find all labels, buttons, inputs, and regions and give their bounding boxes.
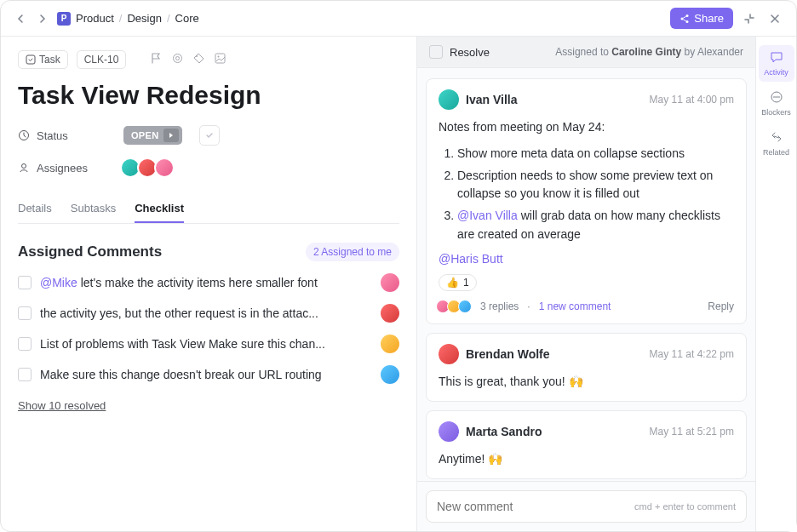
right-rail: Activity Blockers Related bbox=[755, 37, 796, 531]
link-icon bbox=[770, 130, 783, 146]
reaction-button[interactable]: 👍1 bbox=[439, 274, 477, 291]
new-comment-count[interactable]: 1 new comment bbox=[539, 300, 611, 312]
task-id-chip[interactable]: CLK-10 bbox=[77, 50, 127, 69]
tab-checklist[interactable]: Checklist bbox=[135, 195, 184, 223]
svg-point-4 bbox=[174, 54, 182, 63]
avatar[interactable] bbox=[154, 157, 175, 178]
avatar[interactable] bbox=[381, 273, 399, 292]
flag-icon[interactable] bbox=[150, 52, 163, 67]
breadcrumb-design[interactable]: Design bbox=[127, 12, 161, 25]
mention-link[interactable]: @Haris Butt bbox=[439, 252, 503, 266]
assigned-comments-heading: Assigned Comments bbox=[18, 243, 162, 260]
svg-point-0 bbox=[686, 14, 689, 17]
status-label: Status bbox=[18, 129, 112, 142]
assigned-count-badge[interactable]: 2 Assigned to me bbox=[306, 243, 399, 261]
checkbox[interactable] bbox=[18, 368, 32, 381]
comment-item[interactable]: Make sure this change doesn't break our … bbox=[18, 365, 399, 384]
topbar: P Product / Design / Core Share bbox=[1, 1, 796, 37]
complete-button[interactable] bbox=[199, 125, 220, 146]
task-icon bbox=[26, 54, 36, 65]
svg-point-8 bbox=[218, 56, 220, 58]
tag-icon[interactable] bbox=[192, 52, 205, 67]
person-icon bbox=[18, 162, 30, 174]
task-type-chip[interactable]: Task bbox=[18, 50, 68, 69]
nav-forward[interactable] bbox=[35, 11, 50, 26]
block-icon bbox=[770, 90, 783, 106]
avatar[interactable] bbox=[381, 304, 399, 323]
status-icon bbox=[18, 129, 30, 141]
comment-author[interactable]: Brendan Wolfe bbox=[466, 347, 550, 361]
target-icon[interactable] bbox=[171, 52, 184, 67]
comment-time: May 11 at 4:00 pm bbox=[650, 94, 734, 106]
svg-point-6 bbox=[196, 55, 198, 57]
collapse-icon[interactable] bbox=[740, 9, 759, 28]
tab-details[interactable]: Details bbox=[18, 195, 52, 223]
composer-hint: cmd + enter to comment bbox=[634, 501, 736, 512]
show-resolved-link[interactable]: Show 10 resolved bbox=[18, 399, 106, 412]
status-pill[interactable]: OPEN bbox=[123, 126, 182, 145]
share-button[interactable]: Share bbox=[670, 8, 733, 29]
avatar[interactable] bbox=[381, 365, 399, 384]
reply-avatars[interactable] bbox=[439, 300, 472, 313]
comment-author[interactable]: Marta Sandro bbox=[466, 425, 542, 438]
avatar[interactable] bbox=[439, 421, 459, 442]
share-icon bbox=[679, 14, 690, 24]
nav-back[interactable] bbox=[13, 11, 28, 26]
close-icon[interactable] bbox=[765, 9, 784, 28]
checkbox[interactable] bbox=[18, 306, 32, 320]
status-next-icon[interactable] bbox=[163, 129, 179, 142]
rail-blockers[interactable]: Blockers bbox=[759, 85, 794, 122]
image-icon[interactable] bbox=[214, 52, 226, 67]
task-title[interactable]: Task View Redesign bbox=[18, 81, 399, 110]
comment-item[interactable]: the activity yes, but the other request … bbox=[18, 304, 399, 323]
svg-point-5 bbox=[176, 57, 180, 60]
comment-item[interactable]: @Mike let's make the activity items here… bbox=[18, 273, 399, 292]
assigned-info: Assigned to Caroline Ginty by Alexander bbox=[555, 46, 743, 58]
tabs: Details Subtasks Checklist bbox=[18, 195, 399, 224]
project-badge[interactable]: P bbox=[57, 12, 71, 26]
task-main: Task CLK-10 Task View Redesign Status OP… bbox=[1, 37, 416, 531]
comment-card: Marta Sandro May 11 at 5:21 pm Anytime! … bbox=[426, 410, 747, 479]
reply-button[interactable]: Reply bbox=[708, 300, 734, 312]
breadcrumb-core[interactable]: Core bbox=[175, 12, 199, 25]
resolve-checkbox[interactable] bbox=[429, 45, 443, 59]
breadcrumb-product[interactable]: Product bbox=[76, 12, 114, 25]
assignees-label: Assignees bbox=[18, 162, 112, 174]
comment-list: Show more meta data on collapse sections… bbox=[439, 145, 734, 243]
svg-point-10 bbox=[22, 164, 26, 169]
rail-related[interactable]: Related bbox=[759, 125, 794, 162]
comment-item[interactable]: List of problems with Task View Make sur… bbox=[18, 335, 399, 353]
comment-card: Ivan Villa May 11 at 4:00 pm Notes from … bbox=[426, 78, 747, 324]
composer-input-wrapper[interactable]: cmd + enter to comment bbox=[426, 490, 747, 523]
comment-time: May 11 at 4:22 pm bbox=[650, 348, 734, 360]
comment-time: May 11 at 5:21 pm bbox=[650, 426, 734, 438]
breadcrumb: P Product / Design / Core bbox=[57, 12, 199, 26]
checkbox[interactable] bbox=[18, 276, 32, 289]
composer: cmd + enter to comment bbox=[417, 481, 755, 531]
replies-count[interactable]: 3 replies bbox=[480, 300, 519, 312]
svg-rect-3 bbox=[26, 55, 35, 64]
avatar[interactable] bbox=[439, 344, 459, 364]
rail-activity[interactable]: Activity bbox=[759, 45, 794, 82]
thread-panel: Resolve Assigned to Caroline Ginty by Al… bbox=[416, 37, 755, 531]
chat-icon bbox=[770, 50, 783, 66]
svg-point-1 bbox=[681, 17, 684, 20]
svg-point-2 bbox=[686, 20, 689, 23]
comment-author[interactable]: Ivan Villa bbox=[466, 93, 517, 106]
assignees-avatars[interactable] bbox=[123, 157, 175, 178]
tab-subtasks[interactable]: Subtasks bbox=[71, 195, 116, 223]
comment-card: Brendan Wolfe May 11 at 4:22 pm This is … bbox=[426, 333, 747, 402]
resolve-label: Resolve bbox=[450, 46, 490, 59]
checkbox[interactable] bbox=[18, 337, 32, 351]
avatar[interactable] bbox=[381, 335, 399, 353]
avatar[interactable] bbox=[439, 89, 459, 110]
comment-input[interactable] bbox=[437, 500, 634, 513]
